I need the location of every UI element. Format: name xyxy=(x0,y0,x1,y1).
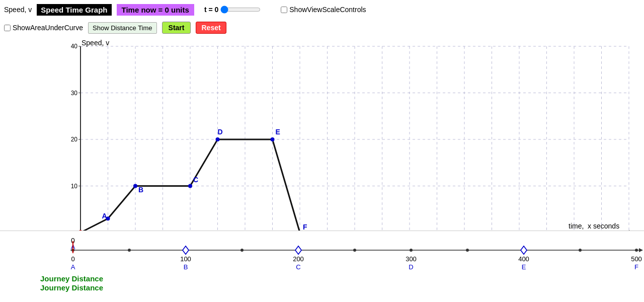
speed-v-axis-label: Speed, v xyxy=(4,6,32,14)
t-slider[interactable] xyxy=(220,6,261,14)
top-bar: Speed, v Speed Time Graph Time now = 0 u… xyxy=(0,0,644,19)
reset-button[interactable]: Reset xyxy=(196,22,226,34)
show-view-scale-checkbox[interactable] xyxy=(281,7,287,13)
show-view-scale-label: ShowViewScaleControls xyxy=(289,6,366,14)
show-area-under-curve-label: ShowAreaUnderCurve xyxy=(4,24,83,32)
show-area-checkbox[interactable] xyxy=(4,25,11,31)
journey-label: Journey Distance xyxy=(40,283,103,292)
second-bar: ShowAreaUnderCurve Show Distance Time St… xyxy=(0,19,644,36)
distance-ruler: Journey Distance xyxy=(0,231,644,301)
t-slider-area: t = 0 xyxy=(204,6,261,14)
graph-area xyxy=(0,36,644,248)
t-label: t = 0 xyxy=(204,6,218,14)
time-now-display: Time now = 0 units xyxy=(117,4,194,16)
start-button[interactable]: Start xyxy=(162,22,191,34)
show-distance-time-button[interactable]: Show Distance Time xyxy=(88,22,157,34)
speed-time-label: Speed Time Graph xyxy=(37,4,111,16)
show-view-scale-controls: ShowViewScaleControls xyxy=(281,6,366,14)
show-area-text: ShowAreaUnderCurve xyxy=(13,24,83,32)
speed-time-graph-canvas xyxy=(0,36,644,248)
